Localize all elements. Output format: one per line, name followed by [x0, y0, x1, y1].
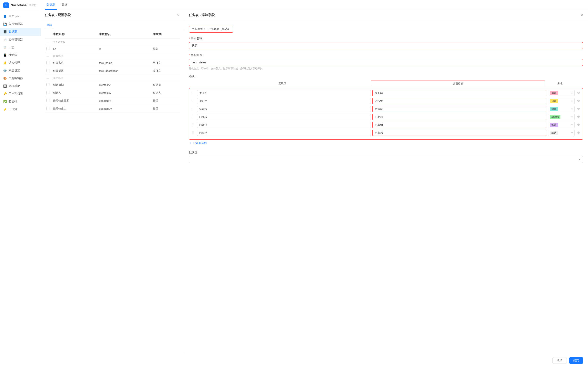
row-checkbox[interactable]: [47, 69, 49, 72]
options-header-color: 颜色: [547, 82, 573, 85]
sub-nav-all[interactable]: 全部: [45, 22, 53, 28]
option-row-5: ☰ 默认 ▾ 🗑: [191, 130, 581, 136]
left-panel-close-button[interactable]: ✕: [177, 13, 180, 17]
option-row-0: ☰ 薄暮 ▾ 🗑: [191, 90, 581, 96]
color-select-0[interactable]: 薄暮 ▾: [548, 90, 575, 96]
field-type-task-name: 单行文: [151, 59, 180, 67]
sidebar-logo: N NocoBase 测试历: [0, 0, 41, 11]
drag-handle-icon[interactable]: ☰: [191, 131, 195, 135]
sidebar-item-label: 数据源: [9, 30, 17, 34]
left-panel-header: 任务表 - 配置字段 ✕: [41, 10, 184, 21]
section-row-normal: — 普通字段: [45, 53, 180, 59]
row-checkbox[interactable]: [47, 61, 49, 64]
user-auth-icon: 👤: [3, 15, 7, 18]
option-tag-input-2[interactable]: [372, 106, 546, 112]
default-val-section: 默认值： ▾: [189, 151, 583, 163]
panel-footer: 取消 提交: [184, 354, 588, 367]
test-label: 测试历: [29, 4, 36, 7]
default-val-label: 默认值：: [189, 151, 583, 154]
drag-handle-icon[interactable]: ☰: [191, 99, 195, 103]
color-badge-2: 明青: [550, 107, 558, 111]
row-checkbox[interactable]: [47, 107, 49, 110]
option-value-input-5[interactable]: [197, 130, 371, 136]
color-select-4[interactable]: 酱紫 ▾: [548, 122, 575, 128]
cancel-button[interactable]: 取消: [553, 357, 567, 364]
drag-handle-icon[interactable]: ☰: [191, 107, 195, 111]
option-tag-input-3[interactable]: [372, 114, 546, 120]
option-tag-input-1[interactable]: [372, 98, 546, 104]
option-tag-input-4[interactable]: [372, 122, 546, 128]
sidebar-item-theme-editor[interactable]: 🎨 主题编辑器: [0, 75, 41, 82]
delete-option-button-3[interactable]: 🗑: [576, 115, 581, 119]
sidebar-item-backup-mgr[interactable]: 💾 备份管理器: [0, 20, 41, 28]
delete-option-button-1[interactable]: 🗑: [576, 99, 581, 103]
sidebar-item-label: 验证码: [9, 100, 17, 103]
option-value-input-4[interactable]: [197, 122, 371, 128]
sidebar-item-block-template[interactable]: 🔲 区块模板: [0, 82, 41, 90]
table-row: 任务描述 task_description 多行文: [45, 67, 180, 75]
left-panel: 任务表 - 配置字段 ✕ 全部 字段名称 字段标识 字段类: [41, 10, 184, 367]
color-select-2[interactable]: 明青 ▾: [548, 106, 575, 112]
option-value-input-3[interactable]: [197, 114, 371, 120]
row-checkbox[interactable]: [47, 47, 49, 50]
sidebar-item-notify[interactable]: 🔔 通知管理: [0, 59, 41, 67]
drag-handle-icon[interactable]: ☰: [191, 91, 195, 95]
option-tag-input-5[interactable]: [372, 130, 546, 136]
sidebar-item-workflow[interactable]: ⚡ 工作流: [0, 105, 41, 113]
option-value-input-2[interactable]: [197, 106, 371, 112]
row-checkbox[interactable]: [47, 99, 49, 102]
field-id-input[interactable]: [189, 59, 583, 66]
field-id-id: id: [97, 45, 151, 53]
color-select-3[interactable]: 极光绿 ▾: [548, 114, 575, 120]
add-option-button[interactable]: ＋ + 添加选项: [189, 140, 583, 147]
option-tag-input-0[interactable]: [372, 90, 546, 96]
chevron-down-icon: ▾: [571, 100, 573, 103]
sidebar-item-sys-settings[interactable]: ⚙️ 系统设置: [0, 67, 41, 75]
field-table-container: 字段名称 字段标识 字段类 — 主外键字段 ID: [41, 30, 184, 367]
default-val-select[interactable]: ▾: [189, 156, 583, 163]
drag-handle-icon[interactable]: ☰: [191, 115, 195, 119]
field-name-task-desc: 任务描述: [52, 67, 97, 75]
field-type-updated-by: 最后: [151, 105, 180, 113]
sidebar-item-user-auth[interactable]: 👤 用户认证: [0, 12, 41, 20]
field-name-id: ID: [52, 45, 97, 53]
delete-option-button-0[interactable]: 🗑: [576, 91, 581, 95]
row-checkbox[interactable]: [47, 83, 49, 86]
submit-button[interactable]: 提交: [569, 357, 583, 364]
field-name-input[interactable]: [189, 42, 583, 49]
option-value-input-1[interactable]: [197, 98, 371, 104]
sub-nav: 全部: [41, 21, 184, 30]
table-row: 创建日期 createdAt 创建日: [45, 81, 180, 89]
sidebar-item-user-perms[interactable]: 🔑 用户和权限: [0, 90, 41, 98]
required-star-id: *: [189, 54, 190, 57]
row-checkbox[interactable]: [47, 91, 49, 94]
tab-data[interactable]: 数据: [60, 0, 69, 10]
field-type-box[interactable]: 字段类型： 下拉菜单（单选）: [189, 26, 233, 33]
logo-icon: N: [3, 2, 9, 8]
delete-option-button-2[interactable]: 🗑: [576, 107, 581, 111]
table-row: 任务名称 task_name 单行文: [45, 59, 180, 67]
sidebar-item-label: 主题编辑器: [9, 76, 23, 80]
left-panel-title: 任务表 - 配置字段: [45, 13, 71, 17]
sidebar-item-file-mgr[interactable]: 📄 文件管理器: [0, 36, 41, 43]
sidebar-item-verification[interactable]: ✅ 验证码: [0, 98, 41, 105]
chevron-down-icon: ▾: [571, 131, 573, 134]
field-table: 字段名称 字段标识 字段类 — 主外键字段 ID: [45, 30, 180, 113]
color-select-1[interactable]: 日暮 ▾: [548, 98, 575, 104]
right-panel-close-button[interactable]: ✕: [580, 13, 583, 17]
sidebar-nav: 👤 用户认证 💾 备份管理器 🗄️ 数据源 📄 文件管理器 📋 日志 📱 移动端…: [0, 11, 41, 367]
delete-option-button-5[interactable]: 🗑: [576, 131, 581, 135]
table-row: 最后修改人 updatedBy 最后: [45, 105, 180, 113]
options-label: 选项：: [189, 75, 583, 78]
delete-option-button-4[interactable]: 🗑: [576, 123, 581, 127]
color-select-5[interactable]: 默认 ▾: [548, 130, 575, 136]
tab-datasource[interactable]: 数据源: [45, 0, 57, 10]
sidebar-item-log[interactable]: 📋 日志: [0, 43, 41, 51]
sidebar-item-mobile[interactable]: 📱 移动端: [0, 51, 41, 59]
sidebar-item-datasource[interactable]: 🗄️ 数据源: [0, 28, 41, 36]
options-section: 选项： 选项值 选项标签 颜色 ☰: [189, 75, 583, 147]
log-icon: 📋: [3, 46, 7, 49]
option-value-input-0[interactable]: [197, 90, 371, 96]
color-badge-0: 薄暮: [550, 91, 558, 95]
drag-handle-icon[interactable]: ☰: [191, 123, 195, 127]
